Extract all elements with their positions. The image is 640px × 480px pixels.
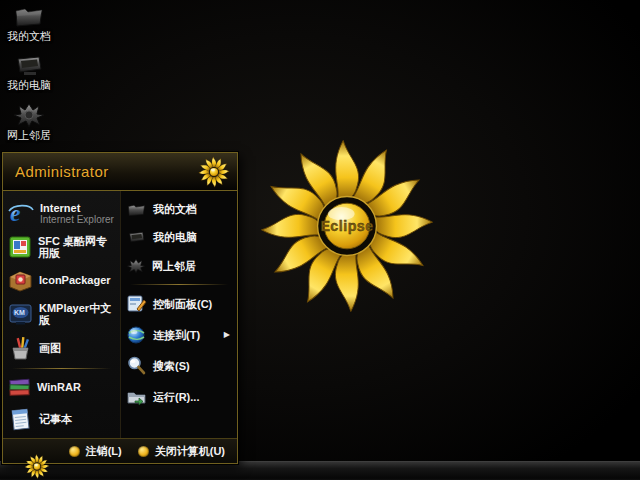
desktop-icon-network-places[interactable]: 网上邻居 <box>0 102 58 141</box>
svg-text:KM: KM <box>14 309 25 316</box>
start-button[interactable] <box>14 453 60 480</box>
log-off-label: 注销(L) <box>86 444 122 459</box>
menu-item-search[interactable]: 搜索(S) <box>121 350 237 381</box>
menu-item-sublabel: Internet Explorer <box>40 214 114 225</box>
log-off-icon <box>69 446 80 457</box>
iconpackager-icon <box>8 268 33 293</box>
start-menu-header: Administrator <box>3 153 237 191</box>
menu-item-my-documents[interactable]: 我的文档 <box>121 195 237 223</box>
notepad-icon <box>8 407 33 432</box>
desktop-icon-my-documents[interactable]: 我的文档 <box>0 3 58 42</box>
desktop-icon-my-computer[interactable]: 我的电脑 <box>0 52 58 91</box>
menu-item-winrar[interactable]: WinRAR <box>3 372 120 402</box>
menu-item-sfc[interactable]: SFC 桌酷网专用版 <box>3 231 120 263</box>
menu-separator <box>130 284 228 285</box>
menu-item-label: Internet <box>40 202 80 214</box>
menu-item-label: KMPlayer中文版 <box>39 302 117 326</box>
menu-item-label: 控制面板(C) <box>153 298 212 310</box>
turn-off-icon <box>138 446 149 457</box>
turn-off-label: 关闭计算机(U) <box>155 444 225 459</box>
menu-separator <box>12 368 111 369</box>
desktop-icon-label: 我的文档 <box>0 30 58 42</box>
menu-item-label: 网上邻居 <box>152 260 196 272</box>
run-icon <box>126 386 147 407</box>
logged-in-user: Administrator <box>15 163 197 180</box>
sun-start-icon <box>25 454 49 478</box>
my-documents-icon <box>126 201 147 218</box>
my-computer-icon <box>126 229 147 246</box>
start-menu: Administrator e Internet Internet Explor… <box>2 152 238 464</box>
menu-item-label: 搜索(S) <box>153 360 190 372</box>
svg-text:e: e <box>10 200 21 226</box>
my-documents-icon <box>12 3 46 29</box>
menu-item-iconpackager[interactable]: IconPackager <box>3 263 120 297</box>
log-off-button[interactable]: 注销(L) <box>69 444 122 459</box>
network-places-icon <box>12 102 46 128</box>
menu-item-connect-to[interactable]: 连接到(T) ▶ <box>121 319 237 350</box>
menu-item-label: 我的电脑 <box>153 231 197 243</box>
my-computer-icon <box>12 52 46 78</box>
paint-icon <box>8 336 33 361</box>
menu-item-label: WinRAR <box>37 381 81 393</box>
turn-off-computer-button[interactable]: 关闭计算机(U) <box>138 444 225 459</box>
desktop-icon-label: 网上邻居 <box>0 129 58 141</box>
menu-item-control-panel[interactable]: 控制面板(C) <box>121 288 237 319</box>
search-icon <box>126 355 147 376</box>
menu-item-label: 我的文档 <box>153 203 197 215</box>
wallpaper-eclipse-logo: Eclipse <box>252 124 442 328</box>
menu-item-label: 连接到(T) <box>153 329 200 341</box>
submenu-arrow-icon: ▶ <box>224 330 234 339</box>
network-places-icon <box>126 257 146 275</box>
control-panel-icon <box>126 293 147 314</box>
menu-item-network-places[interactable]: 网上邻居 <box>121 251 237 281</box>
desktop: Eclipse 我的文档 我的电脑 网上邻居 Administrator <box>0 0 640 480</box>
menu-item-internet[interactable]: e Internet Internet Explorer <box>3 195 120 231</box>
internet-explorer-icon: e <box>8 200 34 226</box>
sun-icon <box>197 155 231 189</box>
desktop-icon-label: 我的电脑 <box>0 79 58 91</box>
start-menu-pinned-list: e Internet Internet Explorer SFC 桌酷网专用版 <box>3 191 120 438</box>
menu-item-paint[interactable]: 画图 <box>3 331 120 365</box>
menu-item-kmplayer[interactable]: KM KMPlayer中文版 <box>3 297 120 331</box>
connect-to-icon <box>126 324 147 345</box>
menu-item-label: 运行(R)... <box>153 391 199 403</box>
menu-item-label: 画图 <box>39 342 61 354</box>
sfc-icon <box>8 235 32 259</box>
menu-item-notepad[interactable]: 记事本 <box>3 402 120 436</box>
menu-item-label: IconPackager <box>39 274 111 286</box>
menu-item-label: SFC 桌酷网专用版 <box>38 235 117 259</box>
menu-item-label: 记事本 <box>39 413 72 425</box>
winrar-icon <box>8 376 31 399</box>
menu-item-my-computer[interactable]: 我的电脑 <box>121 223 237 251</box>
kmplayer-icon: KM <box>8 302 33 327</box>
menu-item-run[interactable]: 运行(R)... <box>121 381 237 412</box>
wallpaper-logo-text: Eclipse <box>320 218 373 234</box>
start-menu-places-list: 我的文档 我的电脑 网上邻居 <box>120 191 237 438</box>
